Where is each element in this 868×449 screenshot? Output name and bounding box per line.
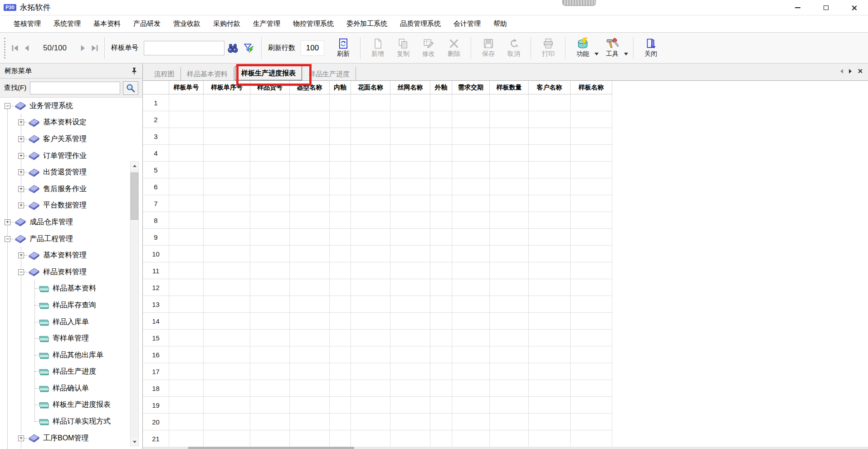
row-number-cell[interactable]: 5 bbox=[143, 162, 169, 178]
function-dropdown-arrow[interactable] bbox=[595, 53, 599, 55]
expand-toggle[interactable]: + bbox=[18, 252, 24, 258]
grid-header-cell[interactable]: 花面名称 bbox=[351, 81, 390, 94]
expand-toggle[interactable]: + bbox=[18, 136, 24, 142]
row-number-cell[interactable]: 20 bbox=[143, 414, 169, 430]
tree-item[interactable]: +客户关系管理 bbox=[0, 131, 131, 148]
grid-row[interactable]: 14 bbox=[143, 313, 612, 330]
tree-item[interactable]: −样品资料管理 bbox=[0, 264, 131, 281]
tab[interactable]: 流程图 bbox=[148, 67, 181, 80]
grid-header-cell[interactable]: 内釉 bbox=[330, 81, 351, 94]
row-number-cell[interactable]: 2 bbox=[143, 111, 169, 128]
tree-item[interactable]: −产品工程管理 bbox=[0, 231, 131, 247]
grid-row[interactable]: 12 bbox=[143, 279, 612, 296]
grid-header-cell[interactable]: 样板数量 bbox=[490, 81, 529, 94]
grid-row[interactable]: 11 bbox=[143, 262, 612, 279]
quick-search-input[interactable] bbox=[144, 41, 224, 55]
grid-row[interactable]: 10 bbox=[143, 246, 612, 262]
grid-header-cell[interactable]: 样板单号 bbox=[169, 81, 204, 94]
row-number-cell[interactable]: 21 bbox=[143, 430, 169, 447]
row-number-cell[interactable]: 14 bbox=[143, 313, 169, 330]
grid-header-cell[interactable]: 器型名称 bbox=[290, 81, 330, 94]
grid-row[interactable]: 6 bbox=[143, 178, 612, 195]
scroll-up-button[interactable] bbox=[131, 162, 138, 170]
grid-row[interactable]: 15 bbox=[143, 330, 612, 346]
refresh-rows-value[interactable]: 100 bbox=[301, 40, 324, 56]
grid-header-cell[interactable]: 外釉 bbox=[430, 81, 452, 94]
menu-item[interactable]: 委外加工系统 bbox=[340, 20, 394, 28]
new-button[interactable]: 新增 bbox=[365, 35, 390, 62]
row-number-cell[interactable]: 3 bbox=[143, 128, 169, 145]
expand-toggle[interactable]: + bbox=[18, 435, 24, 441]
find-button[interactable] bbox=[224, 39, 241, 57]
tree-item[interactable]: 样板生产进度报表 bbox=[0, 397, 131, 414]
tree-item[interactable]: +工序BOM管理 bbox=[0, 430, 131, 447]
row-number-cell[interactable]: 17 bbox=[143, 363, 169, 380]
collapse-toggle[interactable]: − bbox=[5, 236, 10, 242]
collapse-toggle[interactable]: − bbox=[18, 269, 24, 275]
tree-scrollbar[interactable] bbox=[130, 161, 139, 446]
filter-button[interactable] bbox=[241, 39, 257, 57]
row-number-cell[interactable]: 9 bbox=[143, 229, 169, 246]
tree-item[interactable]: +平台数据管理 bbox=[0, 197, 131, 214]
copy-button[interactable]: 复制 bbox=[390, 35, 416, 62]
tree-item[interactable]: +出货退货管理 bbox=[0, 164, 131, 181]
expand-toggle[interactable]: + bbox=[18, 119, 24, 125]
row-number-cell[interactable]: 19 bbox=[143, 397, 169, 414]
row-number-cell[interactable]: 16 bbox=[143, 346, 169, 363]
grid-header-cell[interactable]: 需求交期 bbox=[452, 81, 490, 94]
scrollbar-thumb[interactable] bbox=[131, 173, 138, 220]
expand-toggle[interactable]: + bbox=[18, 153, 24, 159]
grid-header-cell[interactable]: 丝网名称 bbox=[390, 81, 430, 94]
hscroll-thumb[interactable] bbox=[188, 447, 354, 449]
grid-header-cell[interactable]: 样板名称 bbox=[571, 81, 612, 94]
row-number-cell[interactable]: 18 bbox=[143, 380, 169, 397]
grid-row[interactable]: 13 bbox=[143, 296, 612, 313]
next-record-button[interactable] bbox=[77, 42, 88, 54]
grid-row[interactable]: 5 bbox=[143, 162, 612, 178]
grid-row[interactable]: 1 bbox=[143, 94, 612, 111]
grid-row[interactable]: 8 bbox=[143, 212, 612, 229]
tree-item[interactable]: 样品订单实现方式 bbox=[0, 413, 131, 430]
prev-record-button[interactable] bbox=[21, 42, 33, 54]
maximize-button[interactable] bbox=[812, 0, 840, 15]
menu-item[interactable]: 帮助 bbox=[487, 20, 513, 28]
row-number-cell[interactable]: 4 bbox=[143, 145, 169, 162]
tree-item[interactable]: 样品库存查询 bbox=[0, 297, 131, 314]
grid-hscrollbar[interactable] bbox=[143, 447, 868, 449]
menu-item[interactable]: 签核管理 bbox=[7, 20, 47, 28]
row-number-cell[interactable]: 7 bbox=[143, 195, 169, 212]
close-form-button[interactable]: 关闭 bbox=[638, 35, 663, 62]
tree-item[interactable]: 样品基本资料 bbox=[0, 281, 131, 297]
row-number-cell[interactable]: 13 bbox=[143, 296, 169, 313]
menu-item[interactable]: 系统管理 bbox=[47, 20, 87, 28]
tree-item[interactable]: 样品入库单 bbox=[0, 314, 131, 331]
tools-button[interactable]: 工具 bbox=[600, 35, 625, 62]
grid-header-cell[interactable]: 样品货号 bbox=[250, 81, 290, 94]
menu-item[interactable]: 会计管理 bbox=[447, 20, 487, 28]
expand-toggle[interactable]: + bbox=[5, 219, 10, 225]
minimize-button[interactable] bbox=[784, 0, 812, 15]
menu-item[interactable]: 生产管理 bbox=[247, 20, 287, 28]
menu-item[interactable]: 物控管理系统 bbox=[287, 20, 340, 28]
first-record-button[interactable] bbox=[10, 42, 21, 54]
tree-item[interactable]: +订单管理作业 bbox=[0, 148, 131, 164]
menu-item[interactable]: 营业收款 bbox=[167, 20, 207, 28]
tab-scroll-left-button[interactable] bbox=[840, 69, 843, 74]
tree-item[interactable]: +基本资料设定 bbox=[0, 114, 131, 131]
toolbar-grip[interactable] bbox=[4, 38, 5, 59]
tools-dropdown-arrow[interactable] bbox=[624, 53, 628, 55]
expand-toggle[interactable]: + bbox=[18, 169, 24, 175]
collapse-toggle[interactable]: − bbox=[5, 103, 10, 109]
menu-item[interactable]: 产品研发 bbox=[127, 20, 167, 28]
tab-scroll-right-button[interactable] bbox=[849, 69, 852, 74]
tree-item[interactable]: +标准成本计算 bbox=[0, 446, 131, 449]
save-button[interactable]: 保存 bbox=[476, 35, 501, 62]
menu-item[interactable]: 品质管理系统 bbox=[394, 20, 447, 28]
tree-item[interactable]: +成品仓库管理 bbox=[0, 214, 131, 231]
delete-button[interactable]: 删除 bbox=[441, 35, 467, 62]
grid-row[interactable]: 19 bbox=[143, 397, 612, 414]
menu-item[interactable]: 基本资料 bbox=[87, 20, 127, 28]
tab-active[interactable]: 样板生产进度报表 bbox=[235, 66, 302, 80]
grid-header-cell[interactable]: 样板单序号 bbox=[204, 81, 250, 94]
row-number-cell[interactable]: 10 bbox=[143, 246, 169, 262]
